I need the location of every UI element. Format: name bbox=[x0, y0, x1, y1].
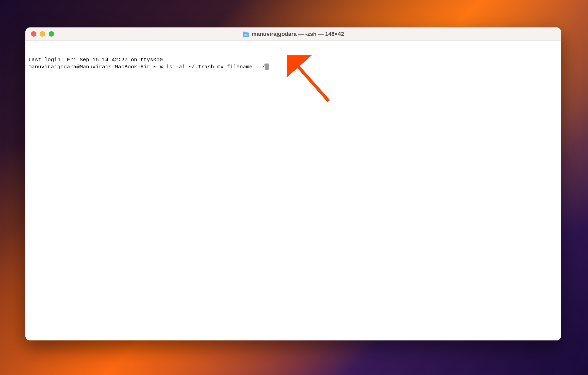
terminal-body[interactable]: Last login: Fri Sep 15 14:42:27 on ttys0… bbox=[25, 41, 561, 340]
command-input[interactable]: ls -al ~/.Trash mv filename ../ bbox=[166, 64, 265, 71]
last-login-line: Last login: Fri Sep 15 14:42:27 on ttys0… bbox=[28, 56, 558, 64]
prompt-line: manuvirajgodara@Manuvirajs-MacBook-Air ~… bbox=[28, 64, 558, 71]
traffic-lights bbox=[25, 31, 54, 37]
shell-prompt: manuvirajgodara@Manuvirajs-MacBook-Air ~… bbox=[28, 64, 166, 71]
terminal-cursor bbox=[265, 64, 269, 70]
maximize-button[interactable] bbox=[49, 31, 54, 37]
home-folder-icon bbox=[242, 31, 249, 37]
terminal-window: manuvirajgodara — -zsh — 148×42 Last log… bbox=[25, 27, 561, 340]
minimize-button[interactable] bbox=[40, 31, 45, 37]
close-button[interactable] bbox=[31, 31, 36, 37]
window-titlebar[interactable]: manuvirajgodara — -zsh — 148×42 bbox=[25, 27, 561, 41]
window-title: manuvirajgodara — -zsh — 148×42 bbox=[252, 31, 344, 37]
title-content: manuvirajgodara — -zsh — 148×42 bbox=[242, 31, 344, 37]
